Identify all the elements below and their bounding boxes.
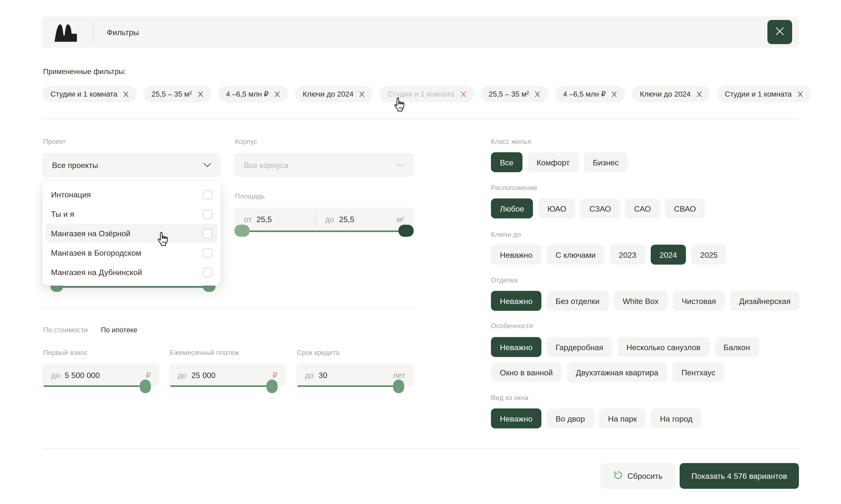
housing-class-options: Все Комфорт Бизнес	[491, 152, 628, 172]
applied-chip[interactable]: Ключи до 2024	[632, 86, 710, 102]
show-results-button[interactable]: Показать 4 576 вариантов	[680, 463, 799, 489]
facet-option[interactable]: Комфорт	[528, 152, 579, 172]
area-slider-handle-max[interactable]	[398, 225, 414, 237]
facet-option[interactable]: 2025	[691, 245, 726, 265]
area-slider-track[interactable]	[235, 230, 414, 232]
modal-header: Фильтры	[42, 16, 799, 48]
remove-icon[interactable]	[697, 91, 702, 97]
facet-option[interactable]: Неважно	[491, 409, 542, 428]
applied-chip[interactable]: Студии и 1 комната	[717, 86, 811, 102]
applied-chip[interactable]: 4 –6,5 млн ₽	[218, 86, 288, 102]
loan-term-slider-track[interactable]	[297, 385, 399, 387]
applied-chip[interactable]: Студии и 1 комната	[42, 86, 137, 102]
facet-option[interactable]: Гардеробная	[547, 337, 612, 357]
dropdown-option[interactable]: Мангазея в Богородском	[46, 243, 218, 263]
facet-option[interactable]: Неважно	[491, 337, 542, 357]
finishing-options: Неважно Без отделки White Box Чистовая Д…	[491, 291, 800, 311]
facet-option[interactable]: White Box	[614, 291, 668, 311]
monthly-payment-label: Ежемесячный платеж	[170, 348, 239, 357]
checkbox[interactable]	[203, 190, 212, 199]
applied-chip[interactable]: 25,5 – 35 м²	[144, 86, 211, 102]
facet-option[interactable]: Бизнес	[584, 152, 628, 172]
facet-option[interactable]: 2023	[610, 245, 645, 265]
filters-modal: Фильтры Примененные фильтры: Студии и 1 …	[0, 0, 841, 504]
location-options: Любое ЮАО СЗАО САО СВАО	[491, 198, 705, 218]
tab-by-mortgage[interactable]: По ипотеке	[101, 326, 137, 334]
project-select[interactable]: Все проекты	[42, 153, 221, 177]
facet-option[interactable]: Неважно	[491, 291, 542, 311]
features-options-row2: Окно в ванной Двухэтажная квартира Пентх…	[491, 362, 724, 382]
monthly-payment-slider-handle[interactable]	[267, 380, 277, 393]
facet-option[interactable]: На город	[651, 409, 701, 428]
dropdown-option[interactable]: Мангазея на Дубнинской	[46, 263, 218, 282]
remove-icon[interactable]	[123, 91, 129, 97]
building-select[interactable]: Все корпуса	[235, 153, 414, 177]
facet-option[interactable]: СЗАО	[581, 198, 620, 218]
tab-by-price[interactable]: По стоимости	[43, 326, 88, 334]
applied-chip[interactable]: 25,5 – 35 м²	[481, 86, 548, 102]
remove-icon[interactable]	[274, 91, 280, 97]
header-divider	[93, 23, 93, 41]
remove-icon[interactable]	[612, 91, 617, 97]
building-label: Корпус	[235, 138, 257, 145]
price-slider-track[interactable]	[57, 286, 209, 288]
footer-divider	[42, 448, 799, 449]
downpayment-slider-track[interactable]	[44, 385, 145, 387]
modal-title: Фильтры	[107, 28, 139, 37]
remove-icon[interactable]	[535, 91, 540, 97]
facet-option[interactable]: На парк	[599, 409, 646, 428]
facet-option[interactable]: Неважно	[491, 245, 542, 265]
reset-button[interactable]: Сбросить	[600, 463, 675, 489]
remove-icon[interactable]	[359, 91, 365, 97]
close-button[interactable]	[768, 20, 792, 44]
checkbox[interactable]	[203, 268, 212, 277]
facet-option[interactable]: С ключами	[547, 245, 605, 265]
facet-option[interactable]: Во двор	[547, 409, 594, 428]
checkbox[interactable]	[203, 248, 212, 257]
area-slider-handle-min[interactable]	[235, 225, 250, 237]
applied-chip[interactable]: Ключи до 2024	[295, 86, 373, 102]
facet-option[interactable]: Без отделки	[547, 291, 608, 311]
loan-term-slider-handle[interactable]	[393, 380, 404, 393]
facet-option[interactable]: ЮАО	[538, 198, 575, 218]
checkbox[interactable]	[203, 209, 212, 219]
facet-option[interactable]: Чистовая	[673, 291, 725, 311]
features-options-row1: Неважно Гардеробная Несколько санузлов Б…	[491, 337, 759, 357]
facet-option[interactable]: Пентхаус	[672, 362, 724, 382]
applied-chip[interactable]: 4 –6,5 млн ₽	[555, 86, 625, 102]
dropdown-option[interactable]: Ты и я	[46, 204, 218, 224]
cursor-pointer-icon	[156, 231, 170, 249]
finishing-label: Отделка	[491, 276, 518, 284]
monthly-payment-slider-track[interactable]	[170, 385, 272, 387]
facet-option[interactable]: Несколько санузлов	[617, 337, 709, 357]
chevron-down-icon	[396, 163, 404, 167]
remove-icon[interactable]	[198, 91, 203, 97]
chevron-down-icon	[203, 163, 211, 167]
area-to-field[interactable]: до 25,5	[316, 215, 397, 224]
remove-icon[interactable]	[460, 91, 466, 97]
downpayment-label: Первый взнос	[43, 348, 88, 357]
area-unit: м²	[397, 215, 414, 223]
facet-option[interactable]: Окно в ванной	[491, 362, 562, 382]
applied-filters-label: Примененные фильтры:	[43, 67, 126, 76]
checkbox[interactable]	[203, 229, 212, 238]
features-label: Особенности	[491, 322, 533, 330]
facet-option[interactable]: Все	[491, 152, 522, 172]
downpayment-slider-handle[interactable]	[140, 380, 151, 393]
facet-option[interactable]: Балкон	[715, 337, 759, 357]
facet-option[interactable]: Любое	[491, 198, 533, 218]
keys-by-label: Ключи до	[491, 231, 521, 238]
section-divider	[42, 119, 799, 119]
area-from-field[interactable]: от 25,5	[235, 215, 315, 224]
remove-icon[interactable]	[797, 91, 803, 97]
section-divider	[42, 308, 414, 309]
facet-option[interactable]: САО	[625, 198, 660, 218]
dropdown-option-hovered[interactable]: Мангазея на Озёрной	[46, 224, 218, 243]
facet-option[interactable]: Двухэтажная квартира	[567, 362, 667, 382]
cursor-pointer-icon	[393, 96, 406, 114]
facet-option[interactable]: 2024	[651, 245, 686, 265]
facet-option[interactable]: Дизайнерская	[730, 291, 800, 311]
facet-option[interactable]: СВАО	[665, 198, 705, 218]
dropdown-option[interactable]: Интонация	[46, 185, 218, 204]
project-label: Проект	[43, 138, 66, 145]
